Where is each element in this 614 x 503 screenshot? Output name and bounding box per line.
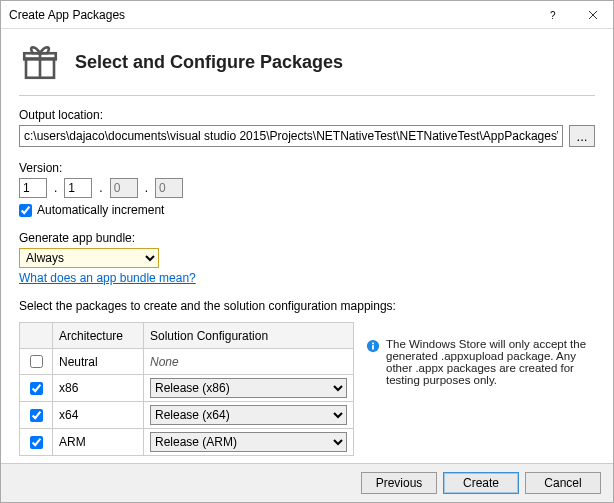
packages-table: Architecture Solution Configuration Neut…	[19, 322, 354, 456]
auto-increment-checkbox[interactable]	[19, 204, 32, 217]
row-checkbox-arm[interactable]	[30, 436, 43, 449]
previous-button[interactable]: Previous	[361, 472, 437, 494]
version-major-input[interactable]	[19, 178, 47, 198]
table-header-sol: Solution Configuration	[144, 323, 354, 349]
svg-rect-8	[372, 343, 374, 345]
browse-button[interactable]: ...	[569, 125, 595, 147]
table-row: x86 Release (x86)	[20, 375, 354, 402]
arch-cell: x86	[53, 375, 144, 402]
sol-cell: None	[144, 349, 354, 375]
bundle-help-link[interactable]: What does an app bundle mean?	[19, 271, 196, 285]
info-note: The Windows Store will only accept the g…	[366, 316, 595, 386]
version-label: Version:	[19, 161, 595, 175]
arch-cell: Neutral	[53, 349, 144, 375]
sol-select-arm[interactable]: Release (ARM)	[150, 432, 347, 452]
table-header-check[interactable]	[20, 323, 53, 349]
titlebar: Create App Packages ?	[1, 1, 613, 29]
table-row: x64 Release (x64)	[20, 402, 354, 429]
bundle-label: Generate app bundle:	[19, 231, 595, 245]
table-row: ARM Release (ARM)	[20, 429, 354, 456]
help-button[interactable]: ?	[533, 1, 573, 29]
output-location-label: Output location:	[19, 108, 595, 122]
page-heading-row: Select and Configure Packages	[19, 37, 595, 96]
help-icon: ?	[548, 10, 558, 20]
table-header-arch: Architecture	[53, 323, 144, 349]
svg-rect-7	[372, 345, 374, 349]
page-title: Select and Configure Packages	[75, 52, 343, 73]
row-checkbox-x64[interactable]	[30, 409, 43, 422]
cancel-button[interactable]: Cancel	[525, 472, 601, 494]
version-rev-input	[155, 178, 183, 198]
close-button[interactable]	[573, 1, 613, 29]
dialog-footer: Previous Create Cancel	[1, 463, 613, 502]
info-text: The Windows Store will only accept the g…	[386, 338, 595, 386]
version-minor-input[interactable]	[64, 178, 92, 198]
bundle-select[interactable]: Always	[19, 248, 159, 268]
table-row: Neutral None	[20, 349, 354, 375]
info-icon	[366, 339, 380, 353]
packages-intro: Select the packages to create and the so…	[19, 299, 595, 313]
arch-cell: ARM	[53, 429, 144, 456]
arch-cell: x64	[53, 402, 144, 429]
create-button[interactable]: Create	[443, 472, 519, 494]
sol-select-x86[interactable]: Release (x86)	[150, 378, 347, 398]
package-icon	[19, 41, 61, 83]
sol-select-x64[interactable]: Release (x64)	[150, 405, 347, 425]
close-icon	[588, 10, 598, 20]
row-checkbox-neutral[interactable]	[30, 355, 43, 368]
row-checkbox-x86[interactable]	[30, 382, 43, 395]
auto-increment-label: Automatically increment	[37, 203, 164, 217]
window-title: Create App Packages	[9, 8, 533, 22]
version-build-input	[110, 178, 138, 198]
output-location-input[interactable]	[19, 125, 563, 147]
svg-text:?: ?	[550, 10, 556, 20]
